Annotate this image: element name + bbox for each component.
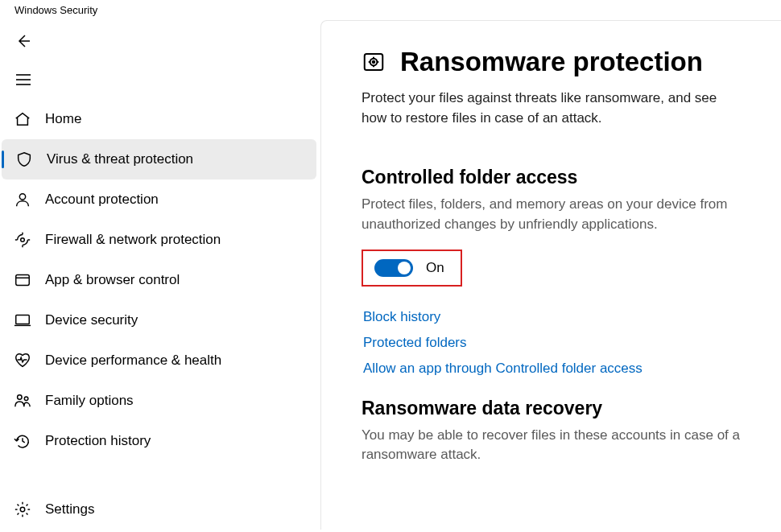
nav-label: Firewall & network protection bbox=[45, 232, 221, 248]
link-allow-app[interactable]: Allow an app through Controlled folder a… bbox=[363, 361, 741, 377]
link-block-history[interactable]: Block history bbox=[363, 309, 741, 325]
controlled-folder-desc: Protect files, folders, and memory areas… bbox=[362, 195, 740, 234]
nav-label: Account protection bbox=[45, 192, 159, 208]
page-subtitle: Protect your files against threats like … bbox=[362, 89, 740, 128]
shield-icon bbox=[2, 151, 47, 168]
history-icon bbox=[0, 432, 45, 450]
nav-item-settings[interactable]: Settings bbox=[0, 489, 320, 530]
back-button[interactable] bbox=[4, 25, 43, 57]
ransomware-icon bbox=[362, 50, 386, 74]
svg-rect-5 bbox=[16, 275, 30, 286]
nav-item-history[interactable]: Protection history bbox=[0, 421, 320, 461]
toggle-state-label: On bbox=[426, 260, 444, 276]
device-icon bbox=[0, 311, 45, 329]
nav-item-device[interactable]: Device security bbox=[0, 300, 320, 340]
sidebar: Home Virus & threat protection Acco bbox=[0, 20, 320, 530]
controlled-folder-title: Controlled folder access bbox=[362, 167, 741, 188]
svg-point-9 bbox=[18, 395, 22, 400]
svg-point-4 bbox=[21, 238, 25, 242]
arrow-left-icon bbox=[15, 33, 31, 49]
nav-item-firewall[interactable]: Firewall & network protection bbox=[0, 220, 320, 260]
hamburger-icon bbox=[16, 74, 31, 85]
nav-list: Home Virus & threat protection Acco bbox=[0, 99, 320, 461]
nav-item-home[interactable]: Home bbox=[0, 99, 320, 139]
nav-item-appbrowser[interactable]: App & browser control bbox=[0, 260, 320, 300]
page-title: Ransomware protection bbox=[400, 47, 703, 77]
window-title: Windows Security bbox=[0, 0, 781, 20]
nav-label: Family options bbox=[45, 393, 134, 409]
family-icon bbox=[0, 392, 45, 410]
svg-point-10 bbox=[24, 397, 28, 401]
svg-rect-7 bbox=[16, 315, 30, 324]
nav-item-family[interactable]: Family options bbox=[0, 381, 320, 421]
recovery-desc: You may be able to recover files in thes… bbox=[362, 426, 740, 465]
gear-icon bbox=[0, 501, 45, 518]
controlled-folder-toggle-highlight: On bbox=[362, 250, 462, 287]
svg-point-11 bbox=[20, 507, 25, 512]
nav-label: App & browser control bbox=[45, 272, 180, 288]
svg-point-14 bbox=[373, 61, 375, 64]
main-content: Ransomware protection Protect your files… bbox=[320, 20, 781, 530]
controlled-folder-links: Block history Protected folders Allow an… bbox=[362, 309, 741, 377]
firewall-icon bbox=[0, 231, 45, 249]
svg-point-3 bbox=[19, 194, 25, 200]
nav-label: Settings bbox=[45, 501, 94, 518]
nav-item-account[interactable]: Account protection bbox=[0, 179, 320, 220]
account-icon bbox=[0, 191, 45, 208]
app-browser-icon bbox=[0, 271, 45, 289]
hamburger-button[interactable] bbox=[4, 64, 43, 96]
nav-label: Virus & threat protection bbox=[47, 151, 193, 167]
heartbeat-icon bbox=[0, 352, 45, 369]
nav-label: Home bbox=[45, 111, 81, 127]
link-protected-folders[interactable]: Protected folders bbox=[363, 335, 741, 351]
nav-item-virus[interactable]: Virus & threat protection bbox=[2, 139, 316, 179]
home-icon bbox=[0, 110, 45, 128]
controlled-folder-toggle[interactable] bbox=[374, 259, 413, 277]
nav-label: Device performance & health bbox=[45, 353, 221, 369]
toggle-knob bbox=[398, 262, 411, 274]
nav-item-performance[interactable]: Device performance & health bbox=[0, 340, 320, 381]
nav-label: Device security bbox=[45, 312, 138, 328]
recovery-title: Ransomware data recovery bbox=[362, 398, 741, 419]
nav-label: Protection history bbox=[45, 433, 151, 449]
